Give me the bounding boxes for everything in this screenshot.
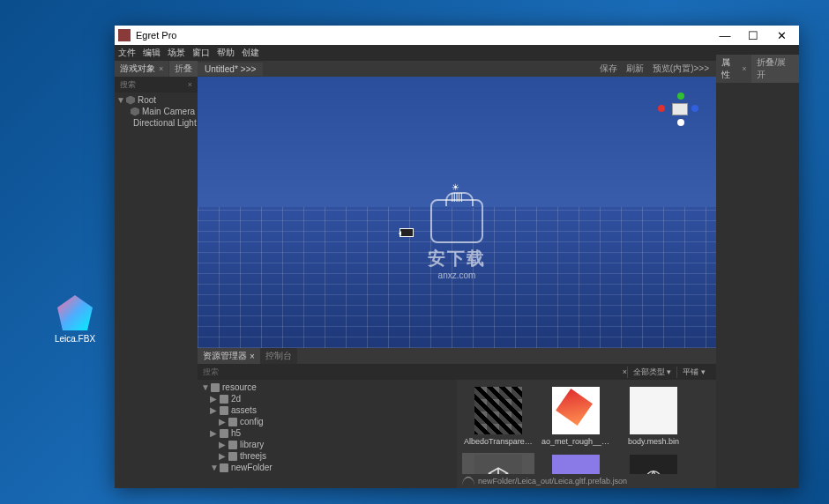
explorer-toolbar: 搜索 × 全部类型 ▾ 平铺 ▾ xyxy=(198,364,716,380)
file-thumb-icon xyxy=(474,387,522,434)
minimize-button[interactable]: — xyxy=(711,26,739,44)
axis-x-icon xyxy=(658,105,665,112)
globe-thumb-icon xyxy=(630,455,677,474)
clear-icon[interactable]: × xyxy=(188,80,192,89)
folder-label: newFolder xyxy=(231,463,273,472)
menu-file[interactable]: 文件 xyxy=(118,47,136,59)
file-thumb-icon xyxy=(552,455,600,474)
folder-item[interactable]: ▶h5 xyxy=(198,427,457,439)
refresh-button[interactable]: 刷新 xyxy=(626,63,644,75)
light-gizmo-icon: ☀||||| xyxy=(452,182,463,202)
globe-icon xyxy=(462,477,474,485)
axis-z-icon xyxy=(691,105,698,112)
folder-item[interactable]: ▶config xyxy=(198,416,457,427)
bottom-panels: 资源管理器 × 控制台 搜索 × 全部类型 ▾ 平铺 ▾ xyxy=(198,348,716,488)
menu-window[interactable]: 窗口 xyxy=(192,47,210,59)
type-filter[interactable]: 全部类型 ▾ xyxy=(627,367,677,378)
tab-label: 属性 xyxy=(721,56,738,81)
file-grid: AlbedoTransparency...ao_met_rough__Met..… xyxy=(457,380,716,474)
file-item[interactable]: Normal.image.json xyxy=(540,453,612,474)
console-tab[interactable]: 控制台 xyxy=(260,348,297,364)
menu-scene[interactable]: 场景 xyxy=(168,47,185,59)
folder-icon xyxy=(220,395,228,404)
hierarchy-tree: ▼ Root Main Camera Directional Light xyxy=(115,93,198,488)
fold-expand-button[interactable]: 折叠/展开 xyxy=(751,55,799,83)
app-icon xyxy=(118,29,131,41)
menu-edit[interactable]: 编辑 xyxy=(143,47,161,59)
file-name: body.mesh.bin xyxy=(619,437,688,446)
folder-item[interactable]: ▼resource xyxy=(198,382,457,393)
folder-icon xyxy=(211,383,220,392)
tree-label: Directional Light xyxy=(133,118,197,128)
folder-label: resource xyxy=(222,382,257,392)
folder-item[interactable]: ▶assets xyxy=(198,404,457,416)
close-icon[interactable]: × xyxy=(159,64,163,73)
close-icon[interactable]: × xyxy=(250,352,255,361)
folder-icon xyxy=(220,463,228,472)
folder-icon xyxy=(220,406,228,415)
search-placeholder: 搜索 xyxy=(120,79,136,91)
tree-camera[interactable]: Main Camera xyxy=(115,106,198,117)
tab-label: 资源管理器 xyxy=(203,350,247,362)
folder-label: h5 xyxy=(231,428,241,438)
orientation-gizmo[interactable] xyxy=(656,93,700,128)
tree-light[interactable]: Directional Light xyxy=(115,117,198,129)
breadcrumb-path: newFolder/Leica_out/Leica.gltf.prefab.js… xyxy=(478,477,627,485)
folder-item[interactable]: ▶2d xyxy=(198,393,457,404)
app-window: Egret Pro — ☐ ✕ 文件 编辑 场景 窗口 帮助 创建 游戏对象 ×… xyxy=(115,26,799,488)
titlebar: Egret Pro — ☐ ✕ xyxy=(115,26,799,45)
menu-create[interactable]: 创建 xyxy=(242,47,259,59)
scene-tab-label: Untitled* xyxy=(205,64,238,74)
more-icon[interactable]: >>> xyxy=(241,64,257,74)
fold-button[interactable]: 折叠 xyxy=(169,61,198,77)
folder-label: 2d xyxy=(231,394,241,404)
menu-help[interactable]: 帮助 xyxy=(217,47,235,59)
hierarchy-search[interactable]: 搜索 × xyxy=(115,77,198,93)
cube-icon xyxy=(131,107,139,116)
inspector-tab[interactable]: 属性 × xyxy=(716,55,751,83)
breadcrumb[interactable]: newFolder/Leica_out/Leica.gltf.prefab.js… xyxy=(457,474,716,488)
app-title: Egret Pro xyxy=(136,30,176,41)
preview-button[interactable]: 预览(内置)>>> xyxy=(653,63,709,75)
scene-tab[interactable]: Untitled* >>> xyxy=(198,63,263,76)
file-item[interactable] xyxy=(617,453,690,474)
file-item[interactable]: Leica.gltf.prefab.json xyxy=(462,453,534,474)
folder-item[interactable]: ▶threejs xyxy=(198,450,457,462)
file-thumb-icon xyxy=(474,455,522,474)
file-item[interactable]: ao_met_rough__Met... xyxy=(540,385,612,448)
hierarchy-tab-label: 游戏对象 xyxy=(120,63,155,75)
desktop-file-icon[interactable]: Leica.FBX xyxy=(44,295,106,344)
tree-label: Main Camera xyxy=(142,107,195,116)
axis-w-icon xyxy=(677,119,684,126)
close-icon[interactable]: × xyxy=(742,64,746,73)
camera-gizmo-icon xyxy=(400,228,414,237)
file-name: AlbedoTransparency... xyxy=(464,437,533,446)
cube-icon xyxy=(126,96,135,105)
center-area: Untitled* >>> 保存 刷新 预览(内置)>>> xyxy=(198,61,716,488)
fbx-icon xyxy=(57,295,93,330)
scene-viewport[interactable]: ☀||||| 安下载 anxz.com xyxy=(198,77,716,348)
folder-item[interactable]: ▼newFolder xyxy=(198,462,457,473)
maximize-button[interactable]: ☐ xyxy=(739,26,767,44)
folder-item[interactable]: ▶library xyxy=(198,439,457,450)
file-name: ao_met_rough__Met... xyxy=(541,437,610,446)
explorer-search[interactable]: 搜索 xyxy=(203,367,623,378)
explorer-tab[interactable]: 资源管理器 × xyxy=(198,348,260,364)
hierarchy-tab[interactable]: 游戏对象 × xyxy=(115,61,168,77)
save-button[interactable]: 保存 xyxy=(600,63,617,75)
file-thumb-icon xyxy=(552,387,600,434)
inspector-panel: 属性 × 折叠/展开 xyxy=(716,61,799,488)
close-button[interactable]: ✕ xyxy=(767,26,795,44)
folder-icon xyxy=(228,452,237,461)
file-item[interactable]: body.mesh.bin xyxy=(617,385,690,448)
gizmo-cube-icon xyxy=(672,103,688,115)
desktop-file-label: Leica.FBX xyxy=(44,334,106,344)
file-item[interactable]: AlbedoTransparency... xyxy=(462,385,534,448)
folder-icon xyxy=(228,418,237,426)
folder-icon xyxy=(228,441,237,449)
tree-root[interactable]: ▼ Root xyxy=(115,94,198,106)
view-mode[interactable]: 平铺 ▾ xyxy=(676,367,711,378)
folder-label: assets xyxy=(231,405,257,415)
folder-label: config xyxy=(240,417,264,426)
menubar: 文件 编辑 场景 窗口 帮助 创建 xyxy=(115,45,799,61)
